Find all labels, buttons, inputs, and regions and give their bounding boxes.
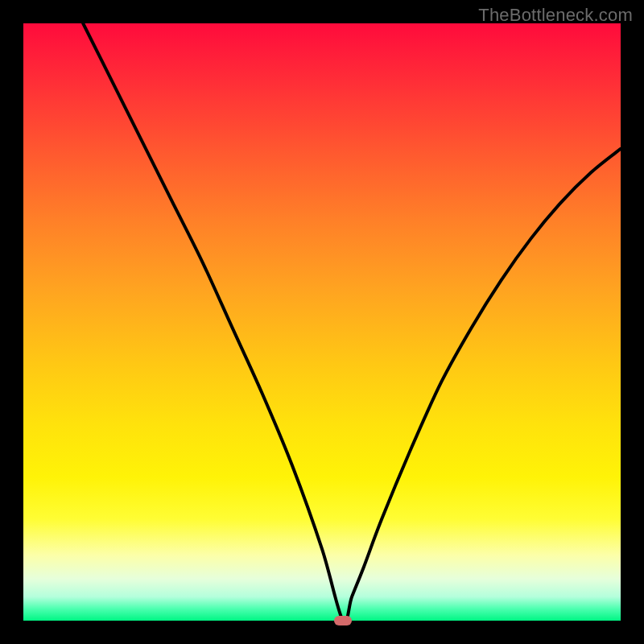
optimum-marker (334, 616, 352, 625)
plot-area (23, 23, 621, 621)
watermark-text: TheBottleneck.com (478, 5, 633, 26)
bottleneck-curve (23, 23, 621, 621)
chart-frame: TheBottleneck.com (0, 0, 644, 644)
